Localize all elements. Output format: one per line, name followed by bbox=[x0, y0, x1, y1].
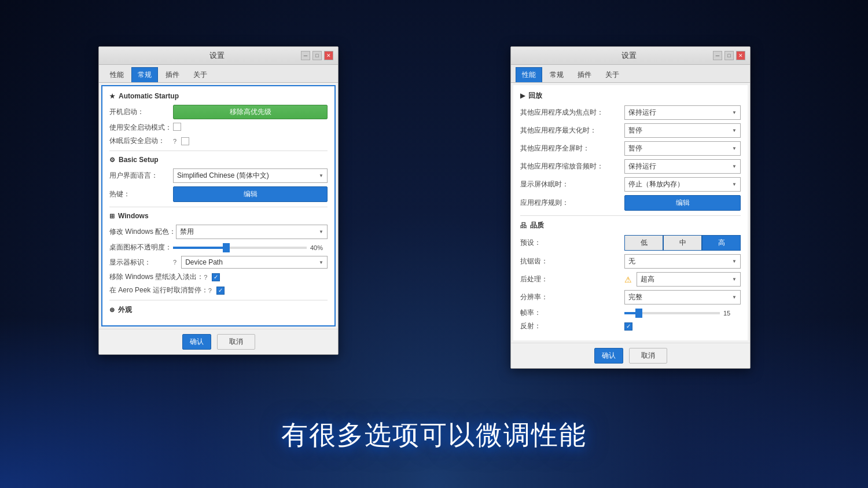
titlebar-left: 设置 ─ □ ✕ bbox=[99, 47, 338, 65]
dropdown-monitor-id[interactable]: Device Path ▼ bbox=[181, 256, 328, 269]
tab-left-performance[interactable]: 性能 bbox=[104, 67, 130, 82]
confirm-button-right[interactable]: 确认 bbox=[594, 348, 623, 364]
gear-icon: ⚙ bbox=[109, 156, 115, 164]
checkbox-hibernate-startup[interactable] bbox=[181, 137, 189, 145]
dropdown-postprocessing-arrow: ▼ bbox=[732, 277, 737, 282]
checkbox-remove-wallpaper[interactable]: ✓ bbox=[212, 273, 220, 281]
app-rules-edit-button[interactable]: 编辑 bbox=[624, 195, 741, 211]
quality-bar: 低 中 高 bbox=[624, 235, 741, 251]
row-remove-wallpaper: 移除 Windows 壁纸淡入淡出： ? ✓ bbox=[109, 272, 328, 282]
sep2 bbox=[109, 207, 328, 207]
dropdown-monitor-id-arrow: ▼ bbox=[319, 260, 323, 265]
slider-opacity-container: 40% bbox=[173, 244, 328, 251]
label-antialiasing: 抗锯齿： bbox=[520, 256, 624, 266]
row-fullscreen: 其他应用程序全屏时： 暂停 ▼ bbox=[520, 141, 741, 156]
value-fullscreen: 暂停 ▼ bbox=[624, 141, 741, 156]
tab-right-performance[interactable]: 性能 bbox=[516, 67, 542, 82]
slider-opacity-thumb[interactable] bbox=[223, 243, 230, 252]
value-postprocessing: ⚠ 超高 ▼ bbox=[624, 272, 741, 287]
label-monitor-id: 显示器标识： bbox=[109, 258, 173, 267]
dropdown-windows-color-arrow: ▼ bbox=[319, 229, 323, 234]
slider-opacity-track[interactable] bbox=[173, 247, 307, 249]
dropdown-audio-scale-value: 保持运行 bbox=[628, 162, 656, 171]
question-icon-aero: ? bbox=[208, 287, 212, 294]
confirm-button-left[interactable]: 确认 bbox=[182, 334, 211, 350]
question-icon-monitor: ? bbox=[173, 259, 176, 266]
value-audio-scale: 保持运行 ▼ bbox=[624, 159, 741, 174]
slider-framerate-thumb[interactable] bbox=[635, 309, 642, 318]
section-windows: ⊞ Windows bbox=[109, 212, 328, 220]
row-aero-peek: 在 Aero Peek 运行时取消暂停： ? ✓ bbox=[109, 285, 328, 295]
dropdown-fullscreen-arrow: ▼ bbox=[732, 146, 737, 151]
dropdown-maximize-arrow: ▼ bbox=[732, 128, 737, 133]
startup-green-button[interactable]: 移除高优先级 bbox=[173, 105, 328, 119]
star-icon: ★ bbox=[109, 93, 115, 100]
cancel-button-right[interactable]: 取消 bbox=[629, 348, 667, 364]
dropdown-focus-value: 保持运行 bbox=[628, 108, 656, 118]
section-automatic-startup: ★ Automatic Startup bbox=[109, 92, 328, 100]
question-icon-wallpaper: ? bbox=[204, 274, 207, 281]
quality-btn-medium[interactable]: 中 bbox=[663, 235, 702, 251]
dialog-left: 设置 ─ □ ✕ 性能 常规 插件 关于 ★ Automatic Startup… bbox=[98, 46, 339, 355]
dropdown-postprocessing[interactable]: 超高 ▼ bbox=[637, 272, 741, 287]
dropdown-language[interactable]: Simplified Chinese (简体中文) ▼ bbox=[173, 168, 328, 183]
cancel-button-left[interactable]: 取消 bbox=[217, 334, 255, 350]
label-focus: 其他应用程序成为焦点时： bbox=[520, 108, 624, 118]
label-preset: 预设： bbox=[520, 238, 624, 248]
dropdown-maximize[interactable]: 暂停 ▼ bbox=[624, 123, 741, 138]
maximize-button-left[interactable]: □ bbox=[312, 51, 322, 60]
title-controls-left: ─ □ ✕ bbox=[301, 51, 333, 60]
section-basic-setup: ⚙ Basic Setup bbox=[109, 156, 328, 164]
checkbox-safe-startup[interactable] bbox=[173, 123, 181, 131]
dropdown-windows-color-value: 禁用 bbox=[180, 227, 194, 237]
dropdown-focus[interactable]: 保持运行 ▼ bbox=[624, 105, 741, 120]
tab-left-plugins[interactable]: 插件 bbox=[159, 67, 186, 82]
label-language: 用户界面语言： bbox=[109, 171, 173, 181]
dropdown-language-value: Simplified Chinese (简体中文) bbox=[177, 171, 269, 181]
maximize-button-right[interactable]: □ bbox=[724, 51, 734, 60]
dropdown-display-sleep-value: 停止（释放内存） bbox=[628, 179, 684, 189]
checkbox-reflection[interactable]: ✓ bbox=[624, 322, 632, 331]
minimize-button-right[interactable]: ─ bbox=[713, 51, 722, 60]
dropdown-postprocessing-value: 超高 bbox=[641, 274, 654, 284]
slider-opacity-value: 40% bbox=[310, 244, 328, 251]
dropdown-audio-scale[interactable]: 保持运行 ▼ bbox=[624, 159, 741, 174]
dialog-left-title: 设置 bbox=[133, 50, 301, 61]
dropdown-antialiasing[interactable]: 无 ▼ bbox=[624, 254, 741, 269]
section-playback-label: 回放 bbox=[528, 91, 542, 101]
sep3 bbox=[109, 300, 328, 300]
value-hibernate-startup: ? bbox=[173, 137, 328, 145]
close-button-right[interactable]: ✕ bbox=[736, 51, 745, 60]
row-maximize: 其他应用程序最大化时： 暂停 ▼ bbox=[520, 123, 741, 138]
title-controls-right: ─ □ ✕ bbox=[713, 51, 745, 60]
dropdown-display-sleep[interactable]: 停止（释放内存） ▼ bbox=[624, 177, 741, 192]
tabs-right: 性能 常规 插件 关于 bbox=[511, 65, 750, 83]
tab-right-about[interactable]: 关于 bbox=[599, 67, 626, 82]
tab-right-plugins[interactable]: 插件 bbox=[571, 67, 598, 82]
dropdown-resolution[interactable]: 完整 ▼ bbox=[624, 290, 741, 304]
dropdown-windows-color[interactable]: 禁用 ▼ bbox=[176, 225, 328, 239]
label-desktop-opacity: 桌面图标不透明度： bbox=[109, 243, 173, 252]
minimize-button-left[interactable]: ─ bbox=[301, 51, 310, 60]
slider-framerate-track[interactable] bbox=[624, 312, 720, 314]
sep-right bbox=[520, 215, 741, 216]
value-display-sleep: 停止（释放内存） ▼ bbox=[624, 177, 741, 192]
dropdown-fullscreen[interactable]: 暂停 ▼ bbox=[624, 141, 741, 156]
label-startup: 开机启动： bbox=[109, 107, 173, 117]
section-windows-label: Windows bbox=[118, 212, 149, 220]
hotkey-edit-button[interactable]: 编辑 bbox=[173, 186, 328, 202]
tab-right-general[interactable]: 常规 bbox=[543, 67, 570, 82]
checkbox-aero-peek[interactable]: ✓ bbox=[216, 287, 225, 295]
subtitle: 有很多选项可以微调性能 bbox=[0, 417, 868, 453]
row-display-sleep: 显示屏休眠时： 停止（释放内存） ▼ bbox=[520, 177, 741, 192]
label-maximize: 其他应用程序最大化时： bbox=[520, 126, 624, 135]
slider-opacity-fill bbox=[173, 247, 226, 249]
tab-left-about[interactable]: 关于 bbox=[187, 67, 214, 82]
value-windows-color: 禁用 ▼ bbox=[176, 225, 328, 239]
quality-btn-high[interactable]: 高 bbox=[702, 235, 741, 251]
tab-left-general[interactable]: 常规 bbox=[131, 67, 158, 82]
dropdown-fullscreen-value: 暂停 bbox=[628, 144, 642, 153]
close-button-left[interactable]: ✕ bbox=[324, 51, 333, 60]
row-safe-startup: 使用安全启动模式： bbox=[109, 123, 328, 133]
quality-btn-low[interactable]: 低 bbox=[624, 235, 663, 251]
